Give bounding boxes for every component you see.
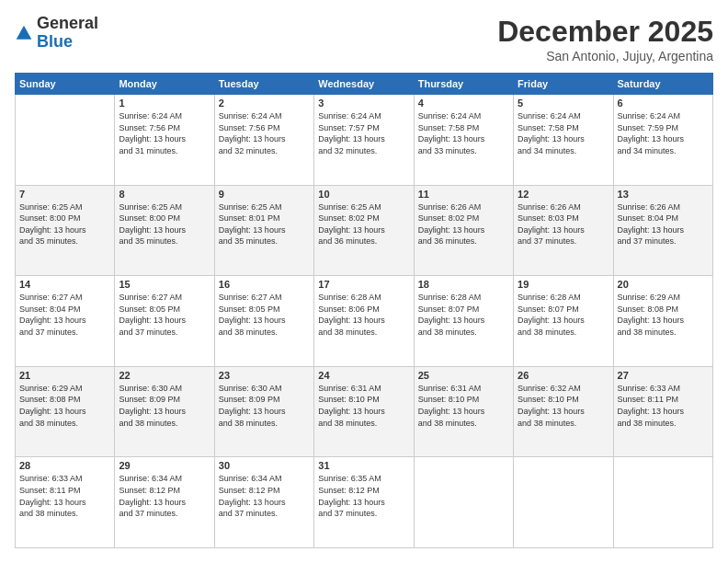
day-info: Sunrise: 6:26 AMSunset: 8:04 PMDaylight:…	[618, 201, 709, 247]
day-number: 30	[219, 460, 310, 471]
day-number: 7	[19, 189, 110, 200]
calendar-cell: 14Sunrise: 6:27 AMSunset: 8:04 PMDayligh…	[16, 276, 115, 367]
day-number: 25	[418, 370, 509, 381]
day-info: Sunrise: 6:25 AMSunset: 8:00 PMDaylight:…	[119, 201, 210, 247]
day-number: 20	[618, 279, 709, 290]
page: General Blue December 2025 San Antonio, …	[0, 0, 728, 563]
logo: General Blue	[15, 15, 98, 52]
day-number: 14	[19, 279, 110, 290]
week-row-4: 21Sunrise: 6:29 AMSunset: 8:08 PMDayligh…	[16, 366, 713, 457]
calendar-cell: 4Sunrise: 6:24 AMSunset: 7:58 PMDaylight…	[414, 95, 513, 186]
day-info: Sunrise: 6:24 AMSunset: 7:56 PMDaylight:…	[119, 110, 210, 156]
calendar-cell: 11Sunrise: 6:26 AMSunset: 8:02 PMDayligh…	[414, 185, 513, 276]
day-info: Sunrise: 6:29 AMSunset: 8:08 PMDaylight:…	[19, 383, 110, 429]
day-number: 23	[219, 370, 310, 381]
calendar-cell: 12Sunrise: 6:26 AMSunset: 8:03 PMDayligh…	[514, 185, 613, 276]
day-number: 21	[19, 370, 110, 381]
day-info: Sunrise: 6:28 AMSunset: 8:07 PMDaylight:…	[418, 292, 509, 338]
day-number: 5	[518, 98, 609, 109]
calendar-cell: 22Sunrise: 6:30 AMSunset: 8:09 PMDayligh…	[115, 366, 214, 457]
calendar-cell: 28Sunrise: 6:33 AMSunset: 8:11 PMDayligh…	[16, 457, 115, 548]
weekday-header-sunday: Sunday	[16, 74, 115, 95]
day-number: 22	[119, 370, 210, 381]
calendar-cell	[613, 457, 712, 548]
day-info: Sunrise: 6:27 AMSunset: 8:05 PMDaylight:…	[219, 292, 310, 338]
day-info: Sunrise: 6:33 AMSunset: 8:11 PMDaylight:…	[618, 383, 709, 429]
day-number: 13	[618, 189, 709, 200]
day-number: 8	[119, 189, 210, 200]
weekday-header-row: SundayMondayTuesdayWednesdayThursdayFrid…	[16, 74, 713, 95]
calendar-cell: 21Sunrise: 6:29 AMSunset: 8:08 PMDayligh…	[16, 366, 115, 457]
calendar-cell: 25Sunrise: 6:31 AMSunset: 8:10 PMDayligh…	[414, 366, 513, 457]
title-block: December 2025 San Antonio, Jujuy, Argent…	[497, 15, 713, 63]
day-info: Sunrise: 6:26 AMSunset: 8:02 PMDaylight:…	[418, 201, 509, 247]
location: San Antonio, Jujuy, Argentina	[497, 49, 713, 63]
day-info: Sunrise: 6:24 AMSunset: 7:57 PMDaylight:…	[318, 110, 409, 156]
day-number: 31	[318, 460, 409, 471]
day-number: 2	[219, 98, 310, 109]
month-title: December 2025	[497, 15, 713, 49]
day-number: 6	[618, 98, 709, 109]
calendar-cell: 15Sunrise: 6:27 AMSunset: 8:05 PMDayligh…	[115, 276, 214, 367]
weekday-header-wednesday: Wednesday	[314, 74, 414, 95]
day-info: Sunrise: 6:34 AMSunset: 8:12 PMDaylight:…	[219, 473, 310, 519]
day-number: 3	[318, 98, 409, 109]
day-number: 29	[119, 460, 210, 471]
day-number: 15	[119, 279, 210, 290]
day-number: 1	[119, 98, 210, 109]
day-info: Sunrise: 6:24 AMSunset: 7:58 PMDaylight:…	[418, 110, 509, 156]
calendar-cell: 19Sunrise: 6:28 AMSunset: 8:07 PMDayligh…	[514, 276, 613, 367]
weekday-header-friday: Friday	[514, 74, 613, 95]
logo-blue: Blue	[37, 33, 98, 52]
day-number: 4	[418, 98, 509, 109]
calendar-cell: 6Sunrise: 6:24 AMSunset: 7:59 PMDaylight…	[613, 95, 712, 186]
day-info: Sunrise: 6:30 AMSunset: 8:09 PMDaylight:…	[119, 383, 210, 429]
calendar-cell: 29Sunrise: 6:34 AMSunset: 8:12 PMDayligh…	[115, 457, 214, 548]
week-row-3: 14Sunrise: 6:27 AMSunset: 8:04 PMDayligh…	[16, 276, 713, 367]
logo-text: General Blue	[37, 15, 98, 52]
day-info: Sunrise: 6:31 AMSunset: 8:10 PMDaylight:…	[418, 383, 509, 429]
day-info: Sunrise: 6:24 AMSunset: 7:59 PMDaylight:…	[618, 110, 709, 156]
week-row-1: 1Sunrise: 6:24 AMSunset: 7:56 PMDaylight…	[16, 95, 713, 186]
weekday-header-tuesday: Tuesday	[214, 74, 313, 95]
day-number: 9	[219, 189, 310, 200]
calendar-cell: 7Sunrise: 6:25 AMSunset: 8:00 PMDaylight…	[16, 185, 115, 276]
logo-general: General	[37, 15, 98, 33]
calendar-cell: 9Sunrise: 6:25 AMSunset: 8:01 PMDaylight…	[214, 185, 313, 276]
calendar-cell	[16, 95, 115, 186]
calendar-cell: 8Sunrise: 6:25 AMSunset: 8:00 PMDaylight…	[115, 185, 214, 276]
weekday-header-monday: Monday	[115, 74, 214, 95]
day-info: Sunrise: 6:24 AMSunset: 7:58 PMDaylight:…	[518, 110, 609, 156]
calendar-cell: 24Sunrise: 6:31 AMSunset: 8:10 PMDayligh…	[314, 366, 414, 457]
weekday-header-saturday: Saturday	[613, 74, 712, 95]
day-info: Sunrise: 6:27 AMSunset: 8:04 PMDaylight:…	[19, 292, 110, 338]
calendar-cell: 18Sunrise: 6:28 AMSunset: 8:07 PMDayligh…	[414, 276, 513, 367]
day-number: 18	[418, 279, 509, 290]
day-info: Sunrise: 6:24 AMSunset: 7:56 PMDaylight:…	[219, 110, 310, 156]
calendar-cell: 27Sunrise: 6:33 AMSunset: 8:11 PMDayligh…	[613, 366, 712, 457]
day-info: Sunrise: 6:35 AMSunset: 8:12 PMDaylight:…	[318, 473, 409, 519]
calendar-cell: 3Sunrise: 6:24 AMSunset: 7:57 PMDaylight…	[314, 95, 414, 186]
day-info: Sunrise: 6:29 AMSunset: 8:08 PMDaylight:…	[618, 292, 709, 338]
day-number: 26	[518, 370, 609, 381]
day-info: Sunrise: 6:30 AMSunset: 8:09 PMDaylight:…	[219, 383, 310, 429]
day-info: Sunrise: 6:28 AMSunset: 8:07 PMDaylight:…	[518, 292, 609, 338]
day-info: Sunrise: 6:26 AMSunset: 8:03 PMDaylight:…	[518, 201, 609, 247]
svg-marker-0	[17, 25, 32, 39]
day-info: Sunrise: 6:25 AMSunset: 8:01 PMDaylight:…	[219, 201, 310, 247]
day-info: Sunrise: 6:25 AMSunset: 8:02 PMDaylight:…	[318, 201, 409, 247]
calendar-cell: 17Sunrise: 6:28 AMSunset: 8:06 PMDayligh…	[314, 276, 414, 367]
day-number: 17	[318, 279, 409, 290]
day-info: Sunrise: 6:28 AMSunset: 8:06 PMDaylight:…	[318, 292, 409, 338]
day-info: Sunrise: 6:25 AMSunset: 8:00 PMDaylight:…	[19, 201, 110, 247]
calendar-table: SundayMondayTuesdayWednesdayThursdayFrid…	[15, 73, 713, 548]
calendar-cell: 20Sunrise: 6:29 AMSunset: 8:08 PMDayligh…	[613, 276, 712, 367]
calendar-cell: 23Sunrise: 6:30 AMSunset: 8:09 PMDayligh…	[214, 366, 313, 457]
day-info: Sunrise: 6:31 AMSunset: 8:10 PMDaylight:…	[318, 383, 409, 429]
day-info: Sunrise: 6:27 AMSunset: 8:05 PMDaylight:…	[119, 292, 210, 338]
day-info: Sunrise: 6:33 AMSunset: 8:11 PMDaylight:…	[19, 473, 110, 519]
day-number: 27	[618, 370, 709, 381]
calendar-cell: 1Sunrise: 6:24 AMSunset: 7:56 PMDaylight…	[115, 95, 214, 186]
calendar-cell	[514, 457, 613, 548]
weekday-header-thursday: Thursday	[414, 74, 513, 95]
